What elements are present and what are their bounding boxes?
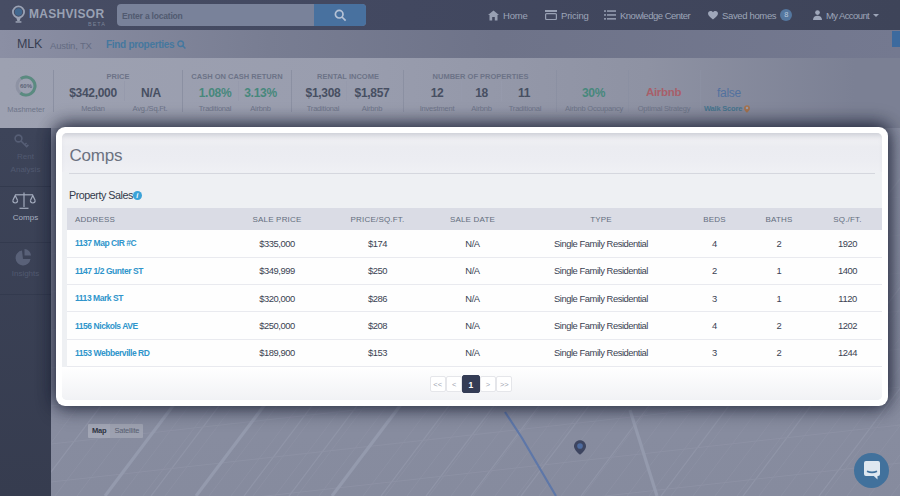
svg-text:60%: 60% <box>19 83 32 89</box>
